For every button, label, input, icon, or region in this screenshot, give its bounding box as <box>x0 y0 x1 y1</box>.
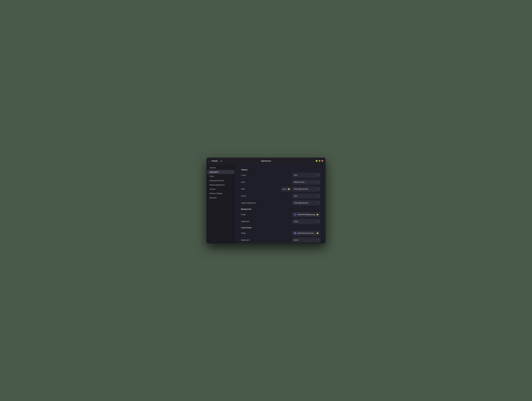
shell-row: Shell (None) 📁 Tokyonight-Dark-BL ▾ <box>241 187 320 192</box>
ls-image-folder-icon[interactable]: 📁 <box>317 232 318 234</box>
bg-image-folder-icon[interactable]: 📁 <box>317 213 318 216</box>
legacy-apps-row: Legacy Applications Tokyonight-Dark-BL ▾ <box>241 200 320 205</box>
bg-image-thumb <box>294 213 296 216</box>
sidebar-item-startup-applications[interactable]: Startup Applications <box>207 183 234 187</box>
background-section-title: Background <box>241 208 320 210</box>
ls-image-picker[interactable]: warty-final-ubuntu.png 📁 <box>292 231 320 235</box>
ls-image-row: Image warty-final-ubuntu.png 📁 <box>241 231 320 236</box>
bg-image-control: DarkBluishWallpaper.jpg 📁 <box>292 212 320 217</box>
window-controls <box>316 160 323 162</box>
sidebar-item-windows[interactable]: Windows <box>207 196 234 200</box>
sidebar-item-general[interactable]: General <box>207 166 234 170</box>
sound-control: Yaru ▾ <box>292 194 320 198</box>
titlebar: ⌕ Tweaks ⊙ Appearance <box>206 158 326 164</box>
maximize-button[interactable] <box>319 160 320 162</box>
shell-dropdown[interactable]: Tokyonight-Dark-BL ▾ <box>292 187 320 191</box>
cursor-dropdown-arrow: ▾ <box>318 174 318 176</box>
lock-screen-section-title: Lock Screen <box>241 227 320 229</box>
ls-image-control: warty-final-ubuntu.png 📁 <box>292 231 320 235</box>
icons-row: Icons WhiteSur-dark ▾ <box>241 180 320 185</box>
sidebar-item-appearance[interactable]: Appearance <box>207 170 234 174</box>
ls-adjustment-dropdown-arrow: ▾ <box>318 239 318 241</box>
sound-row: Sound Yaru ▾ <box>241 194 320 199</box>
cursor-value: Yaru <box>294 174 297 176</box>
main-content: Themes Cursor Yaru ▾ Icons <box>235 164 326 244</box>
themes-section-title: Themes <box>241 169 320 171</box>
minimize-button[interactable] <box>316 160 317 162</box>
sidebar-item-window-titlebars[interactable]: Window Titlebars <box>207 191 234 196</box>
app-window: ⌕ Tweaks ⊙ Appearance General Appearance… <box>206 158 326 244</box>
shell-label: Shell <box>241 188 281 190</box>
icons-dropdown[interactable]: WhiteSur-dark ▾ <box>292 180 320 184</box>
bg-adjustment-dropdown-arrow: ▾ <box>318 221 318 222</box>
bg-image-label: Image <box>241 213 292 216</box>
cursor-row: Cursor Yaru ▾ <box>241 173 320 178</box>
bg-adjustment-label: Adjustment <box>241 220 292 222</box>
cursor-dropdown[interactable]: Yaru ▾ <box>292 173 320 178</box>
sound-value: Yaru <box>294 195 297 197</box>
icons-dropdown-arrow: ▾ <box>318 181 318 183</box>
ls-adjustment-value: Zoom <box>294 239 298 241</box>
bg-adjustment-row: Adjustment Zoom ▾ <box>241 219 320 224</box>
shell-none-badge[interactable]: (None) 📁 <box>281 187 291 191</box>
content-area: General Appearance Fonts Keyboard & Mous… <box>206 164 326 244</box>
legacy-apps-label: Legacy Applications <box>241 202 292 204</box>
shell-value: Tokyonight-Dark-BL <box>294 188 308 190</box>
sound-dropdown[interactable]: Yaru ▾ <box>292 194 320 198</box>
close-button[interactable] <box>322 160 323 162</box>
bg-image-picker[interactable]: DarkBluishWallpaper.jpg 📁 <box>292 212 320 217</box>
legacy-apps-value: Tokyonight-Dark-BL <box>294 202 308 204</box>
bg-adjustment-control: Zoom ▾ <box>292 219 320 224</box>
sidebar: General Appearance Fonts Keyboard & Mous… <box>206 164 235 244</box>
ls-image-thumb <box>294 232 296 234</box>
legacy-apps-dropdown[interactable]: Tokyonight-Dark-BL ▾ <box>292 200 320 205</box>
bg-image-row: Image DarkBluishWallpaper.jpg 📁 <box>241 212 320 217</box>
themes-section: Themes Cursor Yaru ▾ Icons <box>241 169 320 205</box>
ls-image-filename: warty-final-ubuntu.png <box>297 232 314 234</box>
bg-adjustment-value: Zoom <box>294 220 298 222</box>
icons-label: Icons <box>241 181 292 183</box>
sidebar-item-fonts[interactable]: Fonts <box>207 174 234 178</box>
cursor-control: Yaru ▾ <box>292 173 320 178</box>
background-section: Background Image DarkBluishWallpaper.jpg… <box>241 208 320 224</box>
legacy-apps-control: Tokyonight-Dark-BL ▾ <box>292 200 320 205</box>
shell-dropdown-arrow: ▾ <box>318 188 318 190</box>
page-title: Appearance <box>261 160 271 162</box>
sidebar-item-keyboard-mouse[interactable]: Keyboard & Mouse <box>207 179 234 183</box>
ls-adjustment-row: Adjustment Zoom ▾ <box>241 238 320 243</box>
ls-image-label: Image <box>241 232 292 234</box>
icons-value: WhiteSur-dark <box>294 181 304 183</box>
bg-image-filename: DarkBluishWallpaper.jpg <box>297 213 315 216</box>
sidebar-item-top-bar[interactable]: Top Bar <box>207 187 234 191</box>
cursor-label: Cursor <box>241 174 292 176</box>
legacy-apps-dropdown-arrow: ▾ <box>318 202 318 204</box>
icons-control: WhiteSur-dark ▾ <box>292 180 320 184</box>
shell-folder-icon: 📁 <box>288 188 290 190</box>
shell-control: (None) 📁 Tokyonight-Dark-BL ▾ <box>281 187 320 191</box>
sound-label: Sound <box>241 195 292 197</box>
menu-icon[interactable]: ⊙ <box>220 159 223 163</box>
app-title: Tweaks <box>212 160 218 162</box>
shell-none-text: (None) <box>282 188 287 190</box>
lock-screen-section: Lock Screen Image warty-final-ubuntu.png… <box>241 227 320 243</box>
search-icon[interactable]: ⌕ <box>209 160 210 162</box>
sound-dropdown-arrow: ▾ <box>318 195 318 197</box>
ls-adjustment-dropdown[interactable]: Zoom ▾ <box>292 238 320 242</box>
bg-adjustment-dropdown[interactable]: Zoom ▾ <box>292 219 320 224</box>
ls-adjustment-label: Adjustment <box>241 239 292 241</box>
ls-adjustment-control: Zoom ▾ <box>292 238 320 242</box>
titlebar-left: ⌕ Tweaks ⊙ <box>209 159 223 163</box>
